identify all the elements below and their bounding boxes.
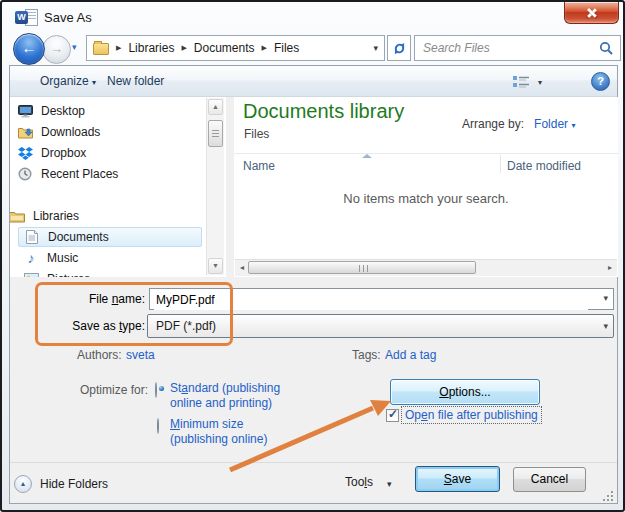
arrange-by-value[interactable]: Folder <box>534 117 568 131</box>
breadcrumb-item-documents[interactable]: Documents <box>194 41 255 55</box>
command-bar: Organize ▾ New folder ▾ ? <box>10 66 617 97</box>
views-dropdown-icon[interactable]: ▾ <box>538 78 542 87</box>
tools-dropdown[interactable]: Tools <box>345 475 373 489</box>
radio-minimum[interactable] <box>157 418 159 434</box>
breadcrumb-item-libraries[interactable]: Libraries <box>128 41 174 55</box>
sidebar-item-desktop[interactable]: Desktop <box>12 101 204 121</box>
desktop-icon <box>16 104 34 118</box>
arrange-dropdown-icon[interactable]: ▾ <box>571 121 575 130</box>
tags-label: Tags: <box>352 348 381 362</box>
views-button[interactable] <box>513 75 530 91</box>
word-logo: W <box>15 11 28 24</box>
sidebar-item-libraries[interactable]: Libraries <box>10 206 196 226</box>
scroll-thumb[interactable] <box>208 120 223 147</box>
sidebar-item-music[interactable]: ♪ Music <box>18 248 210 268</box>
annotation-highlight-box <box>35 282 233 346</box>
column-name[interactable]: Name <box>243 159 275 173</box>
search-icon <box>599 41 614 56</box>
folder-icon <box>93 43 109 55</box>
library-subtitle: Files <box>244 127 269 141</box>
column-separator <box>500 155 501 173</box>
library-title: Documents library <box>243 100 404 123</box>
close-button[interactable] <box>564 2 619 24</box>
breadcrumb-item-files[interactable]: Files <box>274 41 299 55</box>
navigation-pane: Desktop Downloads Dropbox Recent Places … <box>10 97 226 277</box>
chevron-down-icon: ▾ <box>92 78 96 87</box>
pictures-icon <box>22 273 40 277</box>
radio-standard-label[interactable]: Standard (publishing <box>170 381 280 395</box>
breadcrumb-sep-icon: ▶ <box>116 44 121 52</box>
empty-list-message: No items match your search. <box>234 191 618 206</box>
forward-button[interactable]: → <box>42 35 71 64</box>
libraries-icon <box>10 210 26 223</box>
search-box <box>414 35 621 61</box>
column-headers: Name Date modified <box>234 153 618 176</box>
open-after-label[interactable]: Open file after publishing <box>401 406 542 424</box>
save-as-type-dropdown-icon: ▾ <box>603 321 608 331</box>
scroll-thumb[interactable] <box>248 261 476 274</box>
organize-menu[interactable]: Organize ▾ <box>40 74 96 88</box>
scroll-right-icon[interactable]: ▸ <box>603 261 617 274</box>
footer-separator <box>10 462 617 463</box>
hide-folders-button[interactable]: ▲ Hide Folders <box>14 473 108 495</box>
scroll-left-icon[interactable]: ◂ <box>235 261 249 274</box>
checkmark-icon: ✓ <box>388 407 398 421</box>
forward-icon: → <box>50 41 63 56</box>
resize-grip[interactable] <box>603 491 615 503</box>
radio-standard[interactable] <box>155 382 157 398</box>
recent-places-icon <box>16 167 34 181</box>
arrange-by: Arrange by: Folder ▾ <box>462 117 575 131</box>
tags-value[interactable]: Add a tag <box>385 348 436 362</box>
open-after-checkbox[interactable]: ✓ <box>386 409 399 422</box>
tools-dropdown-icon[interactable]: ▾ <box>387 479 392 489</box>
back-button[interactable]: ← <box>13 33 45 65</box>
downloads-icon <box>16 125 34 139</box>
breadcrumb: ▶ Libraries ▶ Documents ▶ Files ▾ <box>86 35 385 61</box>
save-button[interactable]: Save <box>415 466 500 492</box>
help-button[interactable]: ? <box>591 72 610 91</box>
cancel-button[interactable]: Cancel <box>513 467 586 492</box>
column-date-modified[interactable]: Date modified <box>507 159 581 173</box>
music-icon: ♪ <box>22 252 40 264</box>
sidebar-item-documents[interactable]: Documents <box>18 227 202 247</box>
word-app-icon: W <box>15 8 39 28</box>
window-title: Save As <box>44 10 92 25</box>
sidebar-item-recent-places[interactable]: Recent Places <box>12 164 204 184</box>
address-dropdown-icon[interactable]: ▾ <box>373 43 378 53</box>
radio-minimum-label[interactable]: Minimum size <box>170 417 243 431</box>
history-dropdown[interactable]: ▾ <box>72 42 77 52</box>
new-folder-button[interactable]: New folder <box>107 74 164 88</box>
dropbox-icon <box>16 147 34 160</box>
optimize-for-label: Optimize for: <box>80 383 148 397</box>
authors-value[interactable]: sveta <box>126 348 155 362</box>
radio-standard-label-line2[interactable]: online and printing) <box>170 396 272 410</box>
options-button[interactable]: Options... <box>390 379 540 405</box>
sidebar-scrollbar[interactable]: ▲ ▼ <box>206 98 224 275</box>
documents-icon <box>23 230 41 244</box>
file-name-dropdown-icon[interactable]: ▾ <box>603 293 608 303</box>
radio-minimum-label-line2[interactable]: (publishing online) <box>170 432 267 446</box>
file-list-pane: Documents library Files Arrange by: Fold… <box>234 97 618 277</box>
refresh-button[interactable] <box>387 35 411 61</box>
sidebar-item-downloads[interactable]: Downloads <box>12 122 204 142</box>
refresh-icon <box>392 41 407 56</box>
scroll-down-icon[interactable]: ▼ <box>208 258 223 274</box>
sort-ascending-icon <box>362 154 372 158</box>
sidebar-item-dropbox[interactable]: Dropbox <box>12 143 204 163</box>
scroll-up-icon[interactable]: ▲ <box>208 99 223 115</box>
close-icon <box>586 7 597 18</box>
search-input[interactable] <box>421 40 599 56</box>
breadcrumb-sep-icon: ▶ <box>262 44 267 52</box>
back-icon: ← <box>22 39 37 56</box>
breadcrumb-sep-icon: ▶ <box>181 44 186 52</box>
sidebar-item-pictures[interactable]: Pictures <box>18 269 210 277</box>
save-as-dialog: W Save As ← → ▾ ▶ Libraries ▶ Documents … <box>0 0 625 512</box>
authors-label: Authors: <box>77 348 122 362</box>
collapse-arrow-icon: ▲ <box>14 475 32 493</box>
list-horizontal-scrollbar[interactable]: ◂ ▸ <box>235 259 617 276</box>
views-icon <box>513 75 530 88</box>
